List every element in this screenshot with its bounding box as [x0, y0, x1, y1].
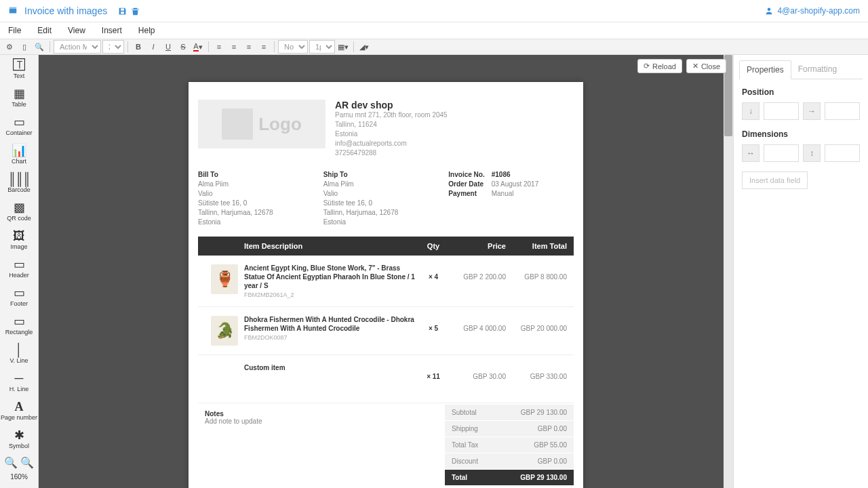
format-toolbar: ⚙ ▯ 🔍 Action Man 2 B I U S A▾ ≡ ≡ ≡ ≡ No… [0, 39, 868, 55]
vertical-scrollbar[interactable] [724, 55, 733, 488]
border-width-select[interactable]: 1px [309, 40, 335, 54]
item-price: GBP 4 000.00 [448, 315, 506, 332]
item-total: GBP 330.00 [506, 363, 567, 380]
document-icon [8, 6, 18, 16]
tool-vline[interactable]: │V. Line [0, 340, 38, 368]
fill-color-button[interactable]: ◢▾ [357, 40, 371, 54]
invoice-meta: Invoice No. Order Date Payment #1086 03 … [448, 170, 574, 227]
user-info[interactable]: 4@ar-shopify-app.com [765, 6, 860, 16]
properties-panel: Properties Formatting Position ↓ → Dimen… [733, 55, 868, 488]
bold-button[interactable]: B [132, 40, 145, 54]
item-price: GBP 2 200.00 [448, 264, 506, 281]
title-bar: Invoice with images 4@ar-shopify-app.com [0, 0, 868, 22]
tab-properties[interactable]: Properties [739, 60, 791, 79]
tab-formatting[interactable]: Formatting [791, 60, 844, 79]
menu-help[interactable]: Help [138, 26, 155, 35]
tool-qrcode[interactable]: ▩QR code [0, 197, 38, 226]
document-title: Invoice with images [24, 5, 107, 16]
position-y-input[interactable] [764, 102, 799, 120]
svg-point-2 [768, 8, 771, 12]
table-row: Custom item× 11GBP 30.00GBP 330.00 [198, 355, 574, 403]
zoom-in-icon[interactable]: 🔍 [20, 456, 34, 469]
tool-rectangle[interactable]: ▭Rectangle [0, 311, 38, 340]
logo-placeholder: Logo [198, 100, 326, 148]
italic-button[interactable]: I [146, 40, 160, 54]
border-button[interactable]: ▦▾ [336, 40, 350, 54]
product-image: 🏺 [211, 264, 238, 294]
menu-edit[interactable]: Edit [37, 26, 52, 35]
invoice-page[interactable]: Logo AR dev shop Parnu mnt 271, 20th flo… [189, 82, 583, 488]
item-sku: FBM2DOK0087 [244, 334, 419, 341]
width-icon[interactable]: ↔ [742, 144, 760, 162]
font-select[interactable]: Action Man [54, 40, 101, 54]
tool-hline[interactable]: ─H. Line [0, 368, 38, 396]
tool-chart[interactable]: 📊Chart [0, 140, 38, 169]
element-palette: 🅃Text ▦Table ▭Container 📊Chart ║║║Barcod… [0, 55, 39, 488]
totals-section: SubtotalGBP 29 130.00 ShippingGBP 0.00 T… [445, 405, 574, 488]
bill-to: Bill To Alma Piim Valio Sütiste tee 16, … [198, 170, 323, 227]
page-icon[interactable]: ▯ [18, 40, 31, 54]
item-total: GBP 8 800.00 [506, 264, 567, 281]
svg-rect-0 [9, 9, 17, 14]
item-title: Ancient Egypt King, Blue Stone Work, 7" … [244, 264, 419, 290]
item-qty: × 4 [419, 264, 448, 281]
height-icon[interactable]: ↕ [803, 144, 821, 162]
tool-symbol[interactable]: ✱Symbol [0, 425, 38, 453]
item-qty: × 5 [419, 315, 448, 332]
menu-bar: File Edit View Insert Help [0, 22, 868, 39]
tool-barcode[interactable]: ║║║Barcode [0, 169, 38, 197]
text-color-button[interactable]: A▾ [191, 40, 205, 54]
search-icon[interactable]: 🔍 [33, 40, 46, 54]
table-row: 🏺Ancient Egypt King, Blue Stone Work, 7"… [198, 256, 574, 307]
align-left-button[interactable]: ≡ [212, 40, 226, 54]
arrow-right-icon[interactable]: → [803, 102, 821, 120]
align-justify-button[interactable]: ≡ [257, 40, 271, 54]
save-icon[interactable] [118, 7, 127, 16]
ship-to: Ship To Alma Piim Valio Sütiste tee 16, … [323, 170, 449, 227]
tool-footer[interactable]: ▭Footer [0, 283, 38, 311]
item-title: Custom item [244, 363, 419, 372]
item-total: GBP 20 000.00 [506, 315, 567, 332]
editor-canvas[interactable]: ⟳ Reload ✕ Close Logo AR dev shop Parnu … [39, 55, 733, 488]
align-center-button[interactable]: ≡ [227, 40, 241, 54]
delete-icon[interactable] [131, 7, 140, 16]
reload-button[interactable]: ⟳ Reload [637, 59, 682, 73]
zoom-level: 160% [0, 472, 38, 482]
menu-insert[interactable]: Insert [102, 26, 122, 35]
product-image: 🐊 [211, 316, 238, 346]
insert-data-field-button[interactable]: Insert data field [742, 171, 808, 189]
arrow-down-icon[interactable]: ↓ [742, 102, 760, 120]
items-table-header: Item Description Qty Price Item Total [198, 237, 574, 256]
item-title: Dhokra Fishermen With A Hunted Crocodile… [244, 315, 419, 333]
position-x-input[interactable] [825, 102, 860, 120]
size-select[interactable]: 2 [102, 40, 124, 54]
tool-container[interactable]: ▭Container [0, 112, 38, 140]
width-input[interactable] [764, 144, 799, 162]
align-right-button[interactable]: ≡ [242, 40, 256, 54]
position-label: Position [742, 87, 860, 97]
item-price: GBP 30.00 [448, 363, 506, 380]
height-input[interactable] [825, 144, 860, 162]
underline-button[interactable]: U [161, 40, 175, 54]
logo-cube-icon [222, 108, 253, 140]
tool-table[interactable]: ▦Table [0, 83, 38, 112]
zoom-out-icon[interactable]: 🔍 [4, 456, 18, 469]
strike-button[interactable]: S [176, 40, 190, 54]
company-info: AR dev shop Parnu mnt 271, 20th floor, r… [335, 100, 574, 158]
tool-header[interactable]: ▭Header [0, 254, 38, 283]
border-style-select[interactable]: None [278, 40, 308, 54]
user-icon [765, 7, 773, 15]
notes-section: Notes Add note to update [198, 405, 445, 488]
tool-text[interactable]: 🅃Text [0, 55, 38, 83]
tool-pagenumber[interactable]: APage number [0, 396, 38, 425]
tool-image[interactable]: 🖼Image [0, 226, 38, 254]
table-row: 🐊Dhokra Fishermen With A Hunted Crocodil… [198, 307, 574, 355]
menu-file[interactable]: File [8, 26, 21, 35]
settings-icon[interactable]: ⚙ [3, 40, 16, 54]
dimensions-label: Dimensions [742, 129, 860, 139]
item-qty: × 11 [419, 363, 448, 380]
item-sku: FBM2MB2061A_2 [244, 291, 419, 298]
menu-view[interactable]: View [68, 26, 85, 35]
close-button[interactable]: ✕ Close [686, 59, 726, 73]
svg-rect-1 [9, 7, 17, 8]
